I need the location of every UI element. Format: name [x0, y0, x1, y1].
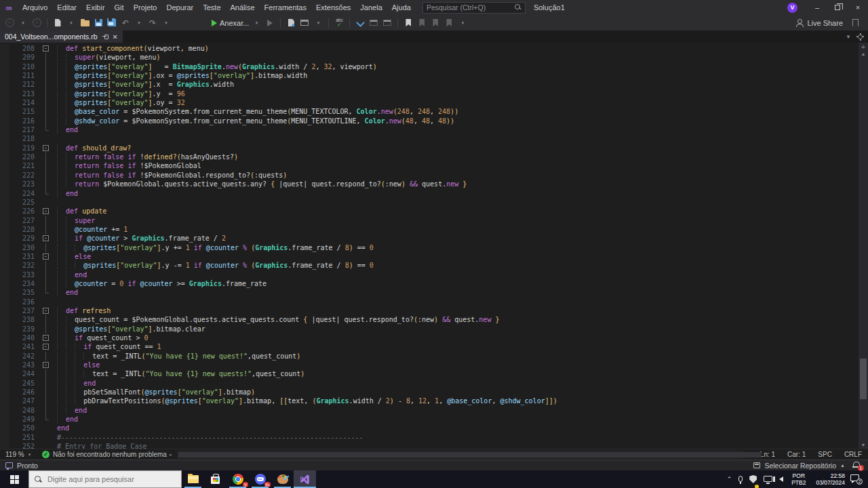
- code-line[interactable]: 227 super: [0, 216, 859, 225]
- code-line[interactable]: 222 return false if !$PokemonGlobal.resp…: [0, 171, 859, 180]
- action-center-button[interactable]: 2: [850, 474, 863, 485]
- code-line[interactable]: 241- if quest_count == 1: [0, 342, 859, 351]
- fold-margin[interactable]: [41, 171, 52, 180]
- vertical-scrollbar[interactable]: + ▲ ▼: [859, 43, 868, 449]
- breakpoint-margin[interactable]: [0, 98, 9, 107]
- taskbar-clock[interactable]: 22:58 03/07/2024: [810, 472, 850, 486]
- code-line[interactable]: 245 end: [0, 379, 859, 388]
- code-editor[interactable]: 208- def start_component(viewport, menu)…: [0, 43, 868, 449]
- redo-button[interactable]: ↷: [146, 16, 159, 30]
- fold-margin[interactable]: [41, 71, 52, 80]
- next-bookmark-button[interactable]: [429, 16, 442, 30]
- taskbar-microsoft-store[interactable]: [204, 470, 226, 488]
- fold-margin[interactable]: [41, 161, 52, 170]
- active-files-dropdown[interactable]: ▼: [846, 34, 851, 40]
- menu-item[interactable]: Extensões: [311, 0, 355, 15]
- breakpoint-margin[interactable]: [0, 325, 9, 333]
- code-line[interactable]: 208- def start_component(viewport, menu): [0, 44, 859, 53]
- comment-button[interactable]: [367, 16, 380, 30]
- fold-margin[interactable]: [41, 152, 52, 161]
- breakpoint-margin[interactable]: [0, 89, 9, 98]
- code-line[interactable]: 209 super(viewport, menu): [0, 53, 859, 62]
- attach-button[interactable]: Anexar...: [211, 16, 250, 30]
- close-button[interactable]: ×: [848, 0, 868, 15]
- breakpoint-margin[interactable]: [0, 117, 9, 125]
- breakpoint-margin[interactable]: [0, 388, 9, 396]
- breakpoint-margin[interactable]: [0, 225, 9, 234]
- breakpoint-margin[interactable]: [0, 152, 9, 161]
- fold-margin[interactable]: [41, 107, 52, 116]
- defender-shield-icon[interactable]: [746, 470, 760, 488]
- fold-margin[interactable]: [41, 80, 52, 89]
- fold-box-icon[interactable]: -: [43, 344, 49, 350]
- code-line[interactable]: 229- if @counter > Graphics.frame_rate /…: [0, 234, 859, 243]
- hot-reload-button[interactable]: [298, 16, 311, 30]
- start-button[interactable]: [0, 470, 28, 488]
- breakpoint-margin[interactable]: [0, 107, 9, 116]
- code-line[interactable]: 214 @sprites["overlay"].oy = 32: [0, 98, 859, 107]
- menu-item[interactable]: Teste: [198, 0, 225, 15]
- fold-margin[interactable]: [41, 189, 52, 198]
- menu-item[interactable]: Análise: [226, 0, 260, 15]
- breakpoint-margin[interactable]: [0, 44, 9, 53]
- taskbar-search-box[interactable]: [28, 470, 182, 488]
- redo-dropdown[interactable]: ▾: [159, 16, 173, 30]
- breakpoint-margin[interactable]: [0, 361, 9, 369]
- navigate-back-button[interactable]: ‹: [3, 16, 16, 30]
- fold-box-icon[interactable]: -: [43, 253, 49, 260]
- taskbar-paint-app[interactable]: [271, 470, 294, 488]
- menu-item[interactable]: Janela: [355, 0, 387, 15]
- code-line[interactable]: 247 pbDrawTextPositions(@sprites["overla…: [0, 396, 859, 405]
- fold-margin[interactable]: [41, 117, 52, 125]
- code-line[interactable]: 233 end: [0, 270, 859, 279]
- notifications-button[interactable]: 1: [852, 461, 863, 470]
- code-line[interactable]: 239 @sprites["overlay"].bitmap.clear: [0, 325, 859, 333]
- fold-margin[interactable]: -: [41, 144, 52, 152]
- fold-margin[interactable]: [41, 180, 52, 188]
- fold-margin[interactable]: [41, 298, 52, 306]
- code-area[interactable]: 208- def start_component(viewport, menu)…: [0, 44, 859, 449]
- fold-margin[interactable]: [41, 53, 52, 62]
- taskbar-file-explorer[interactable]: [182, 470, 204, 488]
- code-line[interactable]: 230 @sprites["overlay"].y += 1 if @count…: [0, 243, 859, 252]
- code-line[interactable]: 244 text = _INTL("You have {1} new quest…: [0, 369, 859, 378]
- code-line[interactable]: 248 end: [0, 406, 859, 415]
- fold-margin[interactable]: [41, 406, 52, 415]
- select-repository-button[interactable]: Selecionar Repositório: [764, 462, 836, 470]
- splitter-grip-icon[interactable]: +: [861, 43, 865, 51]
- breakpoint-margin[interactable]: [0, 433, 9, 442]
- taskbar-search-input[interactable]: [47, 475, 163, 483]
- fold-box-icon[interactable]: -: [43, 208, 49, 214]
- breakpoint-margin[interactable]: [0, 424, 9, 432]
- menu-item[interactable]: Ajuda: [387, 0, 416, 15]
- code-line[interactable]: 246 pbSetSmallFont(@sprites["overlay"].b…: [0, 388, 859, 396]
- restore-button[interactable]: [827, 0, 848, 15]
- taskbar-visual-studio[interactable]: [294, 470, 316, 488]
- breakpoint-margin[interactable]: [0, 207, 9, 216]
- breakpoint-margin[interactable]: [0, 442, 9, 449]
- breakpoint-margin[interactable]: [0, 80, 9, 89]
- breakpoint-margin[interactable]: [0, 369, 9, 378]
- breakpoint-margin[interactable]: [0, 234, 9, 243]
- new-file-dropdown[interactable]: ▾: [64, 16, 78, 30]
- code-line[interactable]: 249 end: [0, 415, 859, 424]
- open-file-button[interactable]: [78, 16, 92, 30]
- code-line[interactable]: 216 @shdw_color = $PokemonSystem.from_cu…: [0, 117, 859, 125]
- window-options-gear-icon[interactable]: [856, 33, 864, 41]
- code-line[interactable]: 231- else: [0, 252, 859, 261]
- tray-chevron-icon[interactable]: ⌃: [724, 470, 736, 488]
- fold-box-icon[interactable]: -: [43, 308, 49, 314]
- fold-margin[interactable]: [41, 89, 52, 98]
- code-line[interactable]: 212 @sprites["overlay"].x = Graphics.wid…: [0, 80, 859, 89]
- spell-check-button[interactable]: abc✓: [332, 16, 346, 30]
- breakpoint-margin[interactable]: [0, 270, 9, 279]
- menu-item[interactable]: Projeto: [129, 0, 162, 15]
- new-file-button[interactable]: [51, 16, 64, 30]
- breakpoint-margin[interactable]: [0, 352, 9, 361]
- code-line[interactable]: 238 quest_count = $PokemonGlobal.quests.…: [0, 315, 859, 324]
- code-line[interactable]: 237- def refresh: [0, 306, 859, 315]
- taskbar-discord[interactable]: 9+: [249, 470, 271, 488]
- tab-close-icon[interactable]: ✕: [113, 33, 118, 41]
- breakpoint-margin[interactable]: [0, 288, 9, 297]
- hscroll-left-arrow[interactable]: ◂: [167, 452, 174, 458]
